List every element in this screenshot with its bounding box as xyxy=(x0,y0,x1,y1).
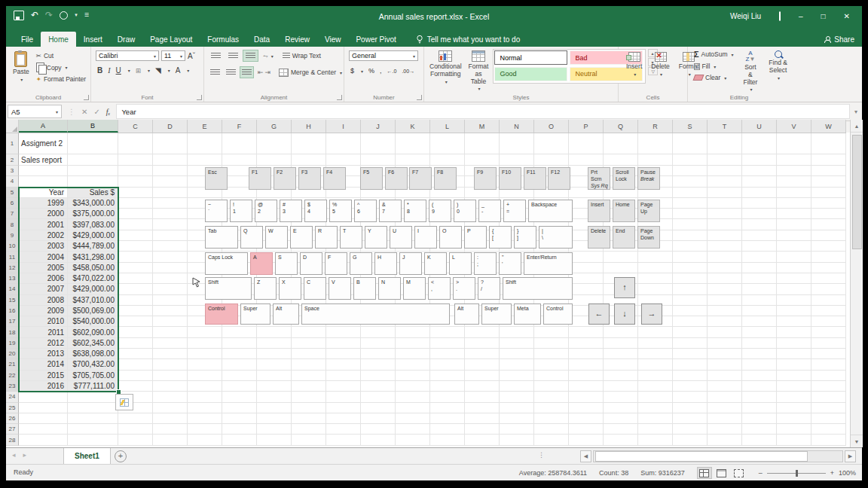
key-[interactable]: :; xyxy=(474,252,497,275)
close-button[interactable]: ✕ xyxy=(835,6,859,26)
select-all-corner[interactable] xyxy=(6,120,19,133)
cell-V22[interactable] xyxy=(777,371,811,381)
cell-U22[interactable] xyxy=(742,371,777,381)
cell-R22[interactable] xyxy=(638,371,673,381)
cell-W9[interactable] xyxy=(811,230,846,241)
cell-S19[interactable] xyxy=(673,338,708,349)
cell-T6[interactable] xyxy=(708,198,742,209)
cell-E26[interactable] xyxy=(188,413,222,424)
cell-S18[interactable] xyxy=(673,327,708,337)
key-scroll[interactable]: ScrollLock xyxy=(613,167,635,190)
cell-S7[interactable] xyxy=(673,209,708,219)
cell-U19[interactable] xyxy=(742,338,777,349)
col-header-F[interactable]: F xyxy=(222,120,257,133)
cell-Q27[interactable] xyxy=(604,424,638,435)
col-header-S[interactable]: S xyxy=(673,120,708,133)
cell-U21[interactable] xyxy=(742,359,777,370)
cell-R2[interactable] xyxy=(638,154,673,166)
cell-B11[interactable]: $431,298.00 xyxy=(68,252,118,262)
col-header-L[interactable]: L xyxy=(430,120,465,133)
formula-input[interactable]: Year xyxy=(116,104,850,119)
cell-S28[interactable] xyxy=(673,435,708,445)
cell-I20[interactable] xyxy=(326,349,361,359)
cell-W11[interactable] xyxy=(811,252,846,262)
cell-D13[interactable] xyxy=(153,273,188,284)
cell-C20[interactable] xyxy=(118,349,153,359)
cell-U1[interactable] xyxy=(742,133,777,154)
cell-D20[interactable] xyxy=(153,349,188,359)
col-header-B[interactable]: B xyxy=(68,120,118,133)
cell-B6[interactable]: $343,000.00 xyxy=(68,198,118,209)
cell-R27[interactable] xyxy=(638,424,673,435)
cell-C23[interactable] xyxy=(118,381,153,392)
tab-view[interactable]: View xyxy=(317,32,349,47)
insert-cells-button[interactable]: Insert▾ xyxy=(624,50,644,79)
normal-view-button[interactable] xyxy=(697,467,712,479)
cell-O26[interactable] xyxy=(534,413,569,424)
cell-C2[interactable] xyxy=(118,154,153,166)
cell-Q24[interactable] xyxy=(604,392,638,402)
cell-T22[interactable] xyxy=(708,371,742,381)
cell-C11[interactable] xyxy=(118,252,153,262)
cell-W27[interactable] xyxy=(811,424,846,435)
cell-S3[interactable] xyxy=(673,166,708,176)
cell-M27[interactable] xyxy=(465,424,500,435)
format-painter-button[interactable]: ✦Format Painter xyxy=(35,75,87,84)
cell-C3[interactable] xyxy=(118,166,153,176)
cell-W7[interactable] xyxy=(811,209,846,219)
cell-B25[interactable] xyxy=(68,403,118,413)
cell-N20[interactable] xyxy=(500,349,534,359)
cell-O25[interactable] xyxy=(534,403,569,413)
key-pause[interactable]: PauseBreak xyxy=(637,167,660,190)
cell-H2[interactable] xyxy=(292,154,326,166)
cell-A13[interactable]: 2006 xyxy=(19,273,68,284)
cell-T2[interactable] xyxy=(708,154,742,166)
delete-cells-button[interactable]: ✕ Delete▾ xyxy=(649,50,672,79)
borders-icon[interactable]: ⊞ xyxy=(136,67,141,75)
cell-O22[interactable] xyxy=(534,371,569,381)
maximize-button[interactable]: □ xyxy=(812,6,835,26)
cell-T8[interactable] xyxy=(708,219,742,230)
cell-J26[interactable] xyxy=(361,413,396,424)
cell-Q19[interactable] xyxy=(604,338,638,349)
cell-D12[interactable] xyxy=(153,263,188,273)
key-delete[interactable]: Delete xyxy=(588,226,610,249)
cell-C9[interactable] xyxy=(118,230,153,241)
key-f1[interactable]: F1 xyxy=(249,167,271,190)
cell-G23[interactable] xyxy=(257,381,292,392)
cell-A16[interactable]: 2009 xyxy=(19,306,68,316)
cell-T4[interactable] xyxy=(708,176,742,187)
cell-W17[interactable] xyxy=(811,316,846,327)
cell-A12[interactable]: 2005 xyxy=(19,263,68,273)
cell-U23[interactable] xyxy=(742,381,777,392)
cell-J19[interactable] xyxy=(361,338,396,349)
cell-D7[interactable] xyxy=(153,209,188,219)
cell-A19[interactable]: 2012 xyxy=(19,338,68,349)
key-y[interactable]: Y xyxy=(365,226,387,249)
cell-M28[interactable] xyxy=(465,435,500,445)
row-header-25[interactable]: 25 xyxy=(6,403,19,413)
name-box[interactable]: A5▾ xyxy=(8,105,62,118)
key-[interactable]: {[ xyxy=(489,226,512,249)
row-header-1[interactable]: 1 xyxy=(6,133,19,154)
cell-U11[interactable] xyxy=(742,252,777,262)
cell-K27[interactable] xyxy=(396,424,430,435)
decrease-indent-icon[interactable]: ⇤ xyxy=(258,69,264,76)
cell-J25[interactable] xyxy=(361,403,396,413)
cell-P22[interactable] xyxy=(569,371,604,381)
cell-M21[interactable] xyxy=(465,359,500,370)
key-esc[interactable]: Esc xyxy=(205,167,228,190)
cell-U27[interactable] xyxy=(742,424,777,435)
row-header-2[interactable]: 2 xyxy=(6,154,19,166)
row-header-11[interactable]: 11 xyxy=(6,252,19,262)
cell-D24[interactable] xyxy=(153,392,188,402)
cell-V4[interactable] xyxy=(777,176,811,187)
key-f2[interactable]: F2 xyxy=(274,167,296,190)
cell-C1[interactable] xyxy=(118,133,153,154)
cell-A10[interactable]: 2003 xyxy=(19,241,68,252)
cell-U3[interactable] xyxy=(742,166,777,176)
cell-D5[interactable] xyxy=(153,188,188,198)
cell-A9[interactable]: 2002 xyxy=(19,230,68,241)
cell-B7[interactable]: $375,000.00 xyxy=(68,209,118,219)
cell-W3[interactable] xyxy=(811,166,846,176)
